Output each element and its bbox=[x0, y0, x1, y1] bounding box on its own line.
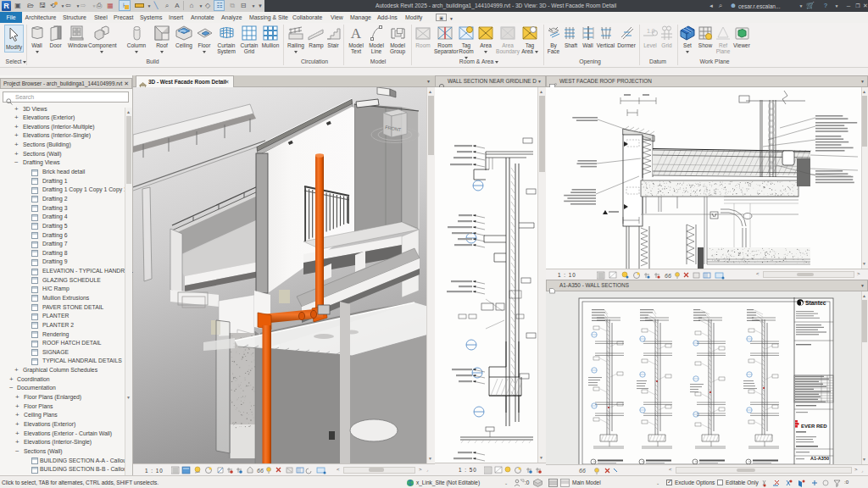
svg-text:Stantec: Stantec bbox=[805, 300, 826, 306]
svg-text:1.0: 1.0 bbox=[647, 28, 655, 34]
svg-text:A: A bbox=[351, 25, 362, 42]
svg-text:A1-A350: A1-A350 bbox=[810, 456, 829, 461]
svg-text:66: 66 bbox=[257, 468, 264, 474]
svg-text:EVER RED: EVER RED bbox=[801, 424, 827, 429]
svg-text:66: 66 bbox=[665, 273, 671, 279]
